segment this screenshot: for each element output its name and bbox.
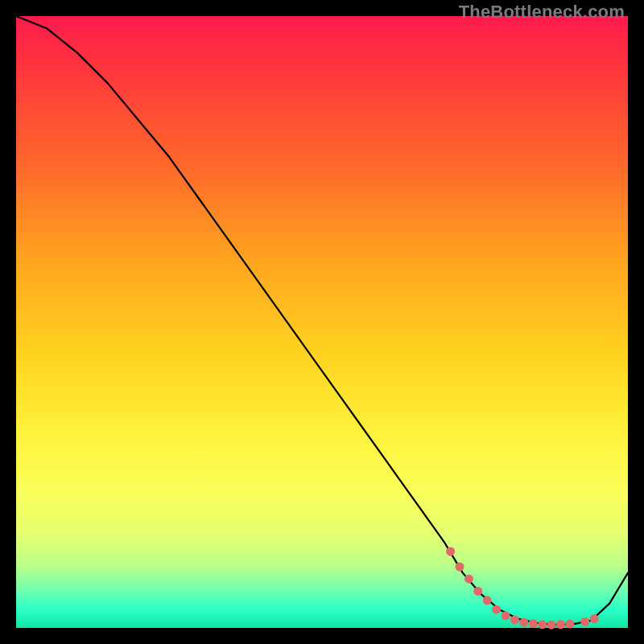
data-marker (492, 605, 501, 614)
data-marker (473, 587, 482, 596)
gradient-plot-area (16, 16, 628, 628)
data-marker (456, 563, 464, 572)
data-marker (464, 575, 473, 584)
curve-layer (16, 16, 628, 628)
marker-group (446, 547, 599, 630)
data-marker (510, 616, 519, 625)
data-marker (556, 620, 565, 629)
data-marker (529, 619, 538, 628)
data-marker (502, 611, 510, 620)
data-marker (519, 618, 528, 627)
data-marker (538, 620, 547, 629)
chart-frame: TheBottleneck.com (0, 0, 644, 644)
data-marker (547, 621, 556, 630)
data-marker (590, 614, 599, 623)
data-marker (446, 547, 455, 556)
data-marker (483, 596, 492, 605)
data-marker (565, 620, 574, 629)
bottleneck-curve (16, 16, 628, 625)
data-marker (580, 617, 589, 626)
watermark-text: TheBottleneck.com (459, 2, 625, 23)
